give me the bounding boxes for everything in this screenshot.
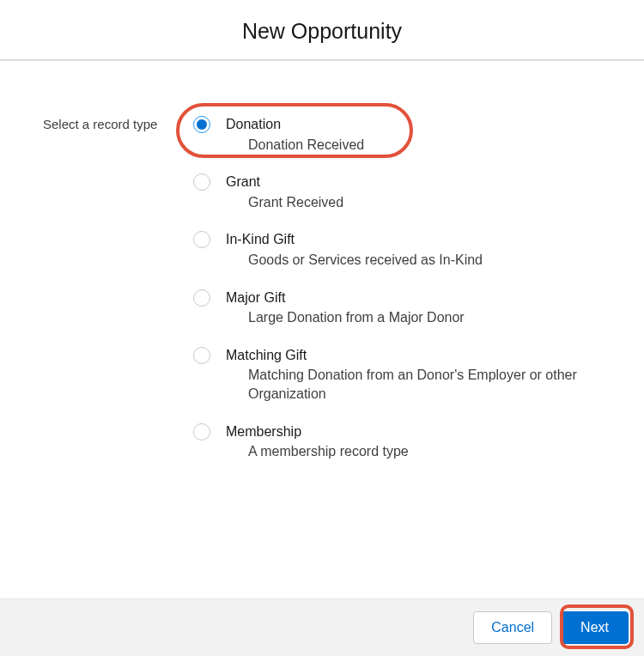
record-type-label: Select a record type	[43, 108, 185, 131]
option-title: Membership	[226, 424, 301, 439]
modal-title: New Opportunity	[0, 19, 644, 44]
record-type-form-row: Select a record type Donation Donation R…	[43, 108, 601, 473]
radio-matching-gift[interactable]	[193, 347, 210, 364]
option-description: A membership record type	[226, 440, 592, 461]
option-in-kind-gift[interactable]: In-Kind Gift Goods or Services received …	[185, 223, 601, 276]
modal-body: Select a record type Donation Donation R…	[0, 61, 644, 559]
option-title: Grant	[226, 174, 260, 189]
next-button[interactable]: Next	[561, 611, 629, 644]
record-type-options: Donation Donation Received Grant Grant R…	[185, 108, 601, 473]
radio-donation[interactable]	[193, 116, 210, 133]
radio-grant[interactable]	[193, 173, 210, 191]
option-description: Goods or Services received as In-Kind	[226, 249, 592, 270]
option-title: Major Gift	[226, 290, 285, 305]
modal-footer: Cancel Next	[0, 598, 644, 656]
option-title: Donation	[226, 117, 281, 131]
radio-membership[interactable]	[193, 423, 210, 440]
option-membership[interactable]: Membership A membership record type	[185, 416, 601, 468]
radio-in-kind-gift[interactable]	[193, 231, 210, 248]
option-title: In-Kind Gift	[226, 232, 295, 246]
option-donation[interactable]: Donation Donation Received	[185, 108, 601, 161]
option-description: Donation Received	[226, 134, 592, 155]
option-description: Matching Donation from an Donor's Employ…	[226, 364, 592, 403]
option-title: Matching Gift	[226, 348, 307, 362]
modal-header: New Opportunity	[0, 0, 644, 61]
option-matching-gift[interactable]: Matching Gift Matching Donation from an …	[185, 339, 601, 410]
cancel-button[interactable]: Cancel	[473, 611, 552, 644]
option-description: Grant Received	[226, 191, 592, 212]
option-grant[interactable]: Grant Grant Received	[185, 166, 601, 218]
radio-major-gift[interactable]	[193, 289, 210, 307]
option-description: Large Donation from a Major Donor	[226, 307, 592, 327]
option-major-gift[interactable]: Major Gift Large Donation from a Major D…	[185, 282, 601, 334]
